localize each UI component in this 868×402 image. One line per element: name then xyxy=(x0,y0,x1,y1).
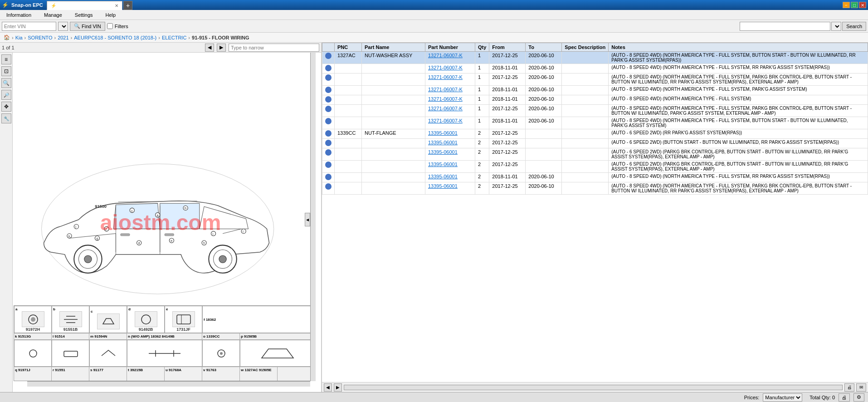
diagram-hscrollbar[interactable] xyxy=(27,381,310,387)
row-indicator[interactable] xyxy=(325,162,332,168)
col-header-from[interactable]: From xyxy=(489,43,526,52)
pan-button[interactable]: ✥ xyxy=(1,102,11,112)
scroll-right-button[interactable]: ▶ xyxy=(334,383,342,392)
table-wrapper[interactable]: PNC Part Name Part Number Qty From To Sp… xyxy=(322,43,868,382)
part-number-link[interactable]: 13271-06007-K xyxy=(428,65,463,70)
part-number-link[interactable]: 13271-06007-K xyxy=(428,87,463,92)
breadcrumb-home[interactable]: 🏠 xyxy=(4,34,10,40)
table-row[interactable]: 13271-06007-K12018-11-012020-06-10(AUTO … xyxy=(322,86,868,95)
table-row[interactable]: 13395-0600122017-12-252020-06-10(AUTO - … xyxy=(322,182,868,195)
search-dropdown[interactable] xyxy=(831,22,841,31)
part-cell[interactable]: b 91551B xyxy=(52,306,89,333)
filters-checkbox[interactable] xyxy=(107,23,113,29)
row-indicator[interactable] xyxy=(325,183,332,190)
row-indicator[interactable] xyxy=(325,65,332,71)
col-header-pnc[interactable]: PNC xyxy=(335,43,362,52)
table-row[interactable]: 1339CCNUT-FLANGE13395-0600122017-12-25(A… xyxy=(322,129,868,139)
table-row[interactable]: 13271-06007-K12018-11-012020-06-10(AUTO … xyxy=(322,95,868,105)
row-indicator[interactable] xyxy=(325,74,332,81)
col-header-part-name[interactable]: Part Name xyxy=(362,43,425,52)
part-number-link[interactable]: 13395-06001 xyxy=(428,140,458,145)
table-row[interactable]: 13395-0600122017-12-25(AUTO - 6 SPEED 2W… xyxy=(322,139,868,148)
cell-part-number[interactable]: 13271-06007-K xyxy=(425,95,475,105)
part-cell[interactable] xyxy=(240,340,315,367)
row-indicator[interactable] xyxy=(325,106,332,112)
cell-part-number[interactable]: 13395-06001 xyxy=(425,129,475,139)
tab-close-button[interactable]: ✕ xyxy=(115,3,118,8)
part-number-link[interactable]: 13395-06001 xyxy=(428,162,458,167)
col-header-qty[interactable]: Qty xyxy=(475,43,489,52)
row-indicator[interactable] xyxy=(325,53,332,59)
row-indicator[interactable] xyxy=(325,130,332,137)
horizontal-scrollbar[interactable] xyxy=(344,385,843,390)
vin-dropdown[interactable] xyxy=(58,22,68,31)
part-cell[interactable] xyxy=(14,340,52,367)
add-tab-button[interactable]: + xyxy=(123,1,132,10)
cell-part-number[interactable]: 13395-06001 xyxy=(425,139,475,148)
part-cell[interactable]: d 91492B xyxy=(127,306,165,333)
email-button[interactable]: ✉ xyxy=(856,383,866,392)
table-row[interactable]: 13271-06007-K12017-12-252020-06-10(AUTO … xyxy=(322,74,868,86)
cell-part-number[interactable]: 13271-06007-K xyxy=(425,64,475,74)
part-number-link[interactable]: 13271-06007-K xyxy=(428,74,463,80)
maximize-button[interactable]: □ xyxy=(851,2,858,8)
part-number-link[interactable]: 13395-06001 xyxy=(428,183,458,189)
vin-input[interactable] xyxy=(2,22,56,31)
footer-print-button[interactable]: 🖨 xyxy=(839,393,850,402)
collapse-button[interactable]: ◀ xyxy=(305,213,310,226)
col-header-part-number[interactable]: Part Number xyxy=(425,43,475,52)
table-row[interactable]: 13271-06007-K12017-12-252020-06-10(AUTO … xyxy=(322,105,868,117)
part-number-link[interactable]: 13395-06001 xyxy=(428,149,458,155)
col-header-to[interactable]: To xyxy=(526,43,562,52)
menu-settings[interactable]: Settings xyxy=(72,11,96,19)
table-row[interactable]: 13271-06007-K12018-11-012020-06-10(AUTO … xyxy=(322,64,868,74)
part-cell[interactable] xyxy=(52,340,89,367)
prices-dropdown[interactable]: Manufacturer xyxy=(763,393,802,402)
zoom-in-button[interactable]: 🔍 xyxy=(1,78,11,88)
col-header-notes[interactable]: Notes xyxy=(609,43,868,52)
cell-part-number[interactable]: 13271-06007-K xyxy=(425,117,475,129)
breadcrumb-sorento[interactable]: SORENTO xyxy=(28,35,52,40)
settings-tool-button[interactable]: 🔧 xyxy=(1,113,11,123)
row-indicator[interactable] xyxy=(325,87,332,93)
active-tab[interactable]: ⚡ SORENTO >2021 >AE... ✕ xyxy=(47,1,122,10)
row-indicator[interactable] xyxy=(325,140,332,146)
zoom-out-button[interactable]: 🔎 xyxy=(1,90,11,100)
part-cell[interactable] xyxy=(202,340,240,367)
narrow-input[interactable] xyxy=(229,44,319,52)
breadcrumb-model[interactable]: AEURPC618 - SORENTO 18 (2018-) xyxy=(74,35,156,40)
part-number-link[interactable]: 13271-06007-K xyxy=(428,118,463,123)
cell-part-number[interactable]: 13271-06007-K xyxy=(425,105,475,117)
table-row[interactable]: 13271-06007-K12018-11-012020-06-10(AUTO … xyxy=(322,117,868,129)
cell-part-number[interactable]: 13395-06001 xyxy=(425,148,475,161)
search-button[interactable]: Search xyxy=(842,22,866,31)
cell-part-number[interactable]: 13395-06001 xyxy=(425,173,475,182)
row-indicator[interactable] xyxy=(325,118,332,124)
cell-part-number[interactable]: 13395-06001 xyxy=(425,182,475,195)
row-indicator[interactable] xyxy=(325,149,332,156)
diagram-scrollbar[interactable] xyxy=(310,53,316,381)
prev-page-button[interactable]: ◀ xyxy=(205,44,214,52)
search-input[interactable] xyxy=(740,22,830,31)
breadcrumb-year[interactable]: 2021 xyxy=(58,35,68,40)
print-button[interactable]: 🖨 xyxy=(844,383,854,392)
menu-help[interactable]: Help xyxy=(103,11,119,19)
row-indicator[interactable] xyxy=(325,96,332,103)
part-cell[interactable]: c xyxy=(89,306,127,333)
zoom-fit-button[interactable]: ⊡ xyxy=(1,66,11,76)
breadcrumb-electric[interactable]: ELECTRIC xyxy=(162,35,186,40)
minimize-button[interactable]: − xyxy=(843,2,850,8)
table-row[interactable]: 13395-0600122017-12-25(AUTO - 6 SPEED 2W… xyxy=(322,161,868,173)
cell-part-number[interactable]: 13271-06007-K xyxy=(425,86,475,95)
part-number-link[interactable]: 13395-06001 xyxy=(428,174,458,179)
menu-information[interactable]: Information xyxy=(4,11,34,19)
table-row[interactable]: 13395-0600122017-12-25(AUTO - 6 SPEED 2W… xyxy=(322,148,868,161)
table-row[interactable]: 13395-0600122018-11-012020-06-10(AUTO - … xyxy=(322,173,868,182)
cell-part-number[interactable]: 13271-06007-K xyxy=(425,74,475,86)
close-button[interactable]: ✕ xyxy=(859,2,866,8)
scroll-left-button[interactable]: ◀ xyxy=(324,383,332,392)
part-number-link[interactable]: 13395-06001 xyxy=(428,130,458,136)
menu-manage[interactable]: Manage xyxy=(41,11,65,19)
col-header-spec[interactable]: Spec Description xyxy=(562,43,609,52)
part-cell[interactable] xyxy=(127,340,202,367)
